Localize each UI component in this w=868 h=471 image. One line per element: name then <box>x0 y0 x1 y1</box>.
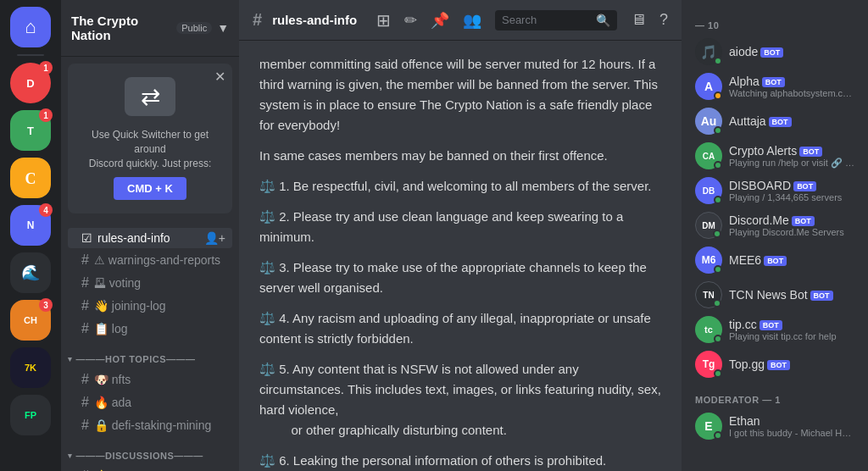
close-icon[interactable]: ✕ <box>214 69 225 85</box>
member-item-alpha[interactable]: A AlphaBOT Watching alphabotsystem.com <box>688 69 861 103</box>
member-name-mee6: MEE6BOT <box>729 253 854 267</box>
hash-icon: # <box>81 372 89 387</box>
search-bar[interactable]: 🔍 <box>495 10 617 30</box>
member-info-aiode: aiodeBOT <box>729 45 854 58</box>
quick-switcher-text: Use Quick Switcher to get around Discord… <box>81 128 219 170</box>
members-icon[interactable]: 👥 <box>463 11 481 30</box>
channel-item-off-topic[interactable]: # ⭐ off-topic <box>68 465 232 471</box>
channel-item-log[interactable]: # 📋 log <box>68 318 232 340</box>
member-info-discordme: Discord.MeBOT Playing Discord.Me Servers <box>729 213 854 237</box>
hashtag-icon[interactable]: ⊞ <box>376 10 391 30</box>
bot-badge: BOT <box>760 47 783 58</box>
member-status-crypto-alerts: Playing run /help or visit 🔗 t... <box>729 158 854 169</box>
header-icons: ⊞ ✏ 📌 👥 🔍 🖥 ? <box>376 10 668 30</box>
status-dot-aiode <box>714 57 722 65</box>
member-info-topgg: Top.ggBOT <box>729 357 854 371</box>
channel-name-joining-log: 👋 joining-log <box>94 299 166 313</box>
hash-icon: # <box>81 298 89 313</box>
status-dot-crypto-alerts <box>714 161 722 169</box>
member-avatar-tipcc: tc <box>695 316 722 343</box>
member-name-alpha: AlphaBOT <box>729 75 854 88</box>
channel-name-warnings: ⚠ warnings-and-reports <box>94 253 220 267</box>
message-8: ⚖️ 6. Leaking the personal information o… <box>259 451 661 471</box>
server-header[interactable]: The Crypto Nation Public ▼ <box>61 0 239 57</box>
member-status-tipcc: Playing visit tip.cc for help <box>729 331 854 341</box>
home-button[interactable]: ⌂ <box>10 7 51 47</box>
bot-badge: BOT <box>764 256 787 266</box>
bot-badge: BOT <box>769 117 792 127</box>
server-icon-7[interactable]: 7K <box>10 347 51 388</box>
channel-item-warnings[interactable]: # ⚠ warnings-and-reports <box>68 249 232 271</box>
quick-switcher-popup: ✕ ⇄ Use Quick Switcher to get around Dis… <box>68 64 232 213</box>
search-input[interactable] <box>502 14 591 26</box>
member-avatar-auttaja: Au <box>695 108 722 135</box>
help-icon[interactable]: ? <box>659 11 668 29</box>
member-item-ethan[interactable]: E Ethan I got this buddy - Michael Hun..… <box>688 409 861 443</box>
member-avatar-discordme: DM <box>695 212 722 239</box>
channel-item-joining-log[interactable]: # 👋 joining-log <box>68 295 232 317</box>
category-arrow-icon: ▾ <box>68 452 73 460</box>
edit-icon[interactable]: ✏ <box>404 11 417 30</box>
category-discussions[interactable]: ▾ ———DISCUSSIONS——— <box>61 437 239 464</box>
member-name-crypto-alerts: Crypto AlertsBOT <box>729 144 854 158</box>
message-5: ⚖️ 3. Please try to make use of the appr… <box>259 258 661 298</box>
message-7: ⚖️ 5. Any content that is NSFW is not al… <box>259 359 661 441</box>
member-item-auttaja[interactable]: Au AuttajaBOT <box>688 104 861 138</box>
status-dot-topgg <box>714 369 722 378</box>
category-arrow-icon: ▾ <box>68 355 73 363</box>
server-icon-5[interactable]: 🌊 <box>10 252 51 293</box>
channel-name-nfts: 🐶 nfts <box>94 373 131 386</box>
add-member-icon[interactable]: 👤+ <box>204 231 225 245</box>
pin-icon[interactable]: 📌 <box>431 11 449 30</box>
member-section-header-bots: — 10 <box>688 14 861 34</box>
member-status-disboard: Playing / 1,344,665 servers <box>729 192 854 202</box>
member-avatar-alpha: A <box>695 73 722 100</box>
member-list: — 10 🎵 aiodeBOT A AlphaBOT Watching alph… <box>682 0 868 471</box>
server-icon-3[interactable] <box>10 158 51 198</box>
member-info-disboard: DISBOARDBOT Playing / 1,344,665 servers <box>729 179 854 202</box>
hash-icon: # <box>81 395 89 410</box>
message-1: member committing said offence will be s… <box>259 54 661 136</box>
member-item-tcn-news-bot[interactable]: TN TCN News BotBOT <box>688 278 861 312</box>
server-divider <box>17 54 44 56</box>
search-icon: 🔍 <box>596 14 610 27</box>
member-item-discordme[interactable]: DM Discord.MeBOT Playing Discord.Me Serv… <box>688 208 861 242</box>
member-name-ethan: Ethan <box>729 414 854 428</box>
status-dot-tcn-news-bot <box>713 299 721 308</box>
channel-item-nfts[interactable]: # 🐶 nfts <box>68 368 232 391</box>
member-info-crypto-alerts: Crypto AlertsBOT Playing run /help or vi… <box>729 144 854 169</box>
member-section-header-moderator: MODERATOR — 1 <box>688 388 861 408</box>
member-item-aiode[interactable]: 🎵 aiodeBOT <box>688 35 861 69</box>
status-dot-ethan <box>714 431 722 440</box>
channel-item-ada[interactable]: # 🔥 ada <box>68 391 232 413</box>
server-icon-6[interactable]: CH3 <box>10 300 51 341</box>
quick-switcher-shortcut[interactable]: CMD + K <box>114 177 186 200</box>
chevron-down-icon: ▼ <box>217 21 229 35</box>
inbox-icon[interactable]: 🖥 <box>631 11 646 29</box>
category-hot-topics[interactable]: ▾ ———HOT TOPICS——— <box>61 341 239 368</box>
bot-badge: BOT <box>767 360 790 370</box>
member-info-tcn-news-bot: TCN News BotBOT <box>729 288 854 302</box>
channel-item-defi[interactable]: # 🔒 defi-staking-mining <box>68 414 232 436</box>
member-item-mee6[interactable]: M6 MEE6BOT <box>688 243 861 277</box>
member-name-tipcc: tip.ccBOT <box>729 318 854 331</box>
channel-item-voting[interactable]: # 🗳 voting <box>68 272 232 294</box>
member-info-ethan: Ethan I got this buddy - Michael Hun... <box>729 414 854 438</box>
channel-name-defi: 🔒 defi-staking-mining <box>94 418 211 432</box>
member-info-tipcc: tip.ccBOT Playing visit tip.cc for help <box>729 318 854 341</box>
status-dot-disboard <box>714 196 722 204</box>
server-icon-2[interactable]: T1 <box>10 110 51 151</box>
member-info-mee6: MEE6BOT <box>729 253 854 267</box>
member-status-alpha: Watching alphabotsystem.com <box>729 88 854 98</box>
member-avatar-mee6: M6 <box>695 247 722 274</box>
server-icon-4[interactable]: N4 <box>10 205 51 246</box>
member-item-disboard[interactable]: DB DISBOARDBOT Playing / 1,344,665 serve… <box>688 174 861 208</box>
member-item-tipcc[interactable]: tc tip.ccBOT Playing visit tip.cc for he… <box>688 313 861 346</box>
server-icon-8[interactable]: FP <box>10 395 51 435</box>
member-item-topgg[interactable]: Tg Top.ggBOT <box>688 347 861 381</box>
channel-name-ada: 🔥 ada <box>94 396 131 409</box>
checkbox-icon: ☑ <box>81 231 92 245</box>
channel-item-rules-and-info[interactable]: ☑ rules-and-info 👤+ <box>68 228 232 248</box>
member-item-crypto-alerts[interactable]: CA Crypto AlertsBOT Playing run /help or… <box>688 139 861 173</box>
server-icon-1[interactable]: D1 <box>10 63 51 103</box>
